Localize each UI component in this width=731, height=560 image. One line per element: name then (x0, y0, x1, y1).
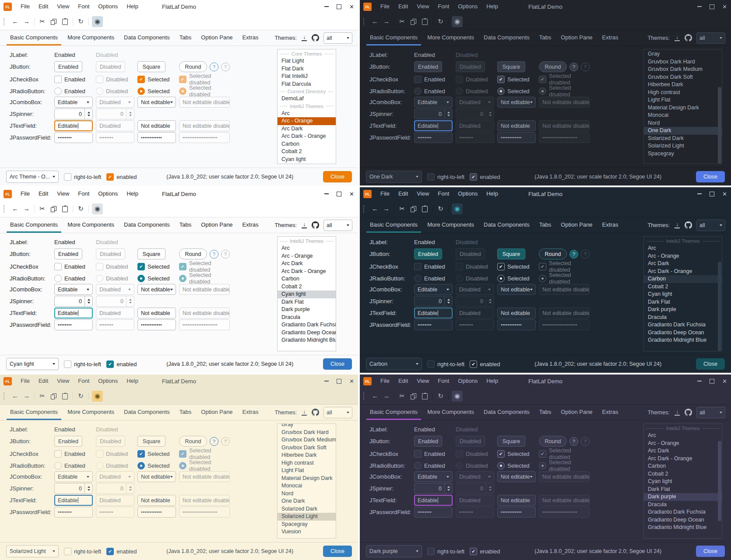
enabled-checkbox[interactable]: enabled (470, 173, 500, 181)
toolbar-grip[interactable] (363, 18, 366, 25)
textfield-not-editable[interactable]: Not editable (137, 120, 176, 131)
round-button[interactable]: Round (539, 248, 567, 259)
copy-icon[interactable] (48, 16, 59, 27)
theme-list-item[interactable]: Material Design Dark (644, 104, 722, 112)
radio-selected[interactable]: Selected (497, 88, 530, 95)
tab-option-pane[interactable]: Option Pane (556, 405, 597, 420)
theme-list-item[interactable]: Gradianto Dark Fuchsia (644, 321, 722, 329)
combobox-editable[interactable]: Editable (414, 97, 453, 108)
refresh-icon[interactable]: ↻ (435, 16, 446, 27)
cut-icon[interactable]: ✂ (37, 391, 48, 402)
theme-list-item[interactable]: Monocai (278, 482, 336, 490)
tab-extras[interactable]: Extras (238, 30, 264, 46)
toolbar-grip[interactable] (4, 392, 6, 400)
combobox-not-editable[interactable]: Not editable (497, 471, 536, 482)
square-button[interactable]: Square (497, 436, 525, 447)
round-button[interactable]: Round (539, 436, 567, 447)
combobox-not-editable[interactable]: Not editable (497, 284, 536, 295)
square-button[interactable]: Square (137, 248, 165, 259)
toolbar-grip[interactable] (363, 205, 366, 213)
back-icon[interactable]: ← (369, 391, 380, 402)
tab-extras[interactable]: Extras (597, 217, 623, 233)
theme-list-item[interactable]: Gradianto Dark Fuchsia (278, 321, 336, 329)
theme-list-item[interactable]: Solarized Dark (278, 505, 336, 513)
theme-list-item[interactable]: Flat Light (278, 57, 336, 65)
menu-view[interactable]: View (53, 187, 74, 200)
spinner-enabled[interactable]: 0 (414, 108, 453, 119)
menu-view[interactable]: View (412, 0, 433, 13)
theme-list-item[interactable]: Arc Dark - Orange (278, 133, 336, 140)
tab-extras[interactable]: Extras (238, 217, 264, 233)
tab-data-components[interactable]: Data Components (119, 30, 175, 46)
theme-list-item[interactable]: Hiberbee Dark (278, 452, 336, 459)
theme-list-item[interactable]: DemoLaf (278, 95, 336, 103)
round-button[interactable]: Round (179, 248, 207, 259)
maximize-button[interactable] (333, 187, 345, 200)
theme-filter-select[interactable]: all (323, 407, 352, 418)
textfield-editable[interactable]: Editable (54, 120, 93, 131)
menu-file[interactable]: File (16, 374, 34, 388)
tab-basic-components[interactable]: Basic Components (5, 405, 63, 420)
radio-enabled[interactable]: Enabled (414, 462, 445, 469)
minimize-button[interactable] (320, 0, 333, 13)
theme-list-item[interactable]: Material Design Dark (278, 475, 336, 483)
scrollbar-thumb[interactable] (718, 441, 721, 521)
theme-list-item[interactable]: Solarized Dark (644, 135, 722, 143)
spinner-enabled[interactable]: 0 (54, 108, 93, 119)
close-button[interactable]: Close (696, 358, 725, 370)
theme-list-item[interactable]: Arc (644, 245, 722, 252)
theme-list-item[interactable]: Gradianto Deep Ocean (644, 329, 722, 337)
theme-list[interactable]: GrayGruvbox Dark HardGruvbox Dark Medium… (277, 424, 336, 539)
tab-basic-components[interactable]: Basic Components (5, 30, 63, 46)
theme-list[interactable]: GrayGruvbox Dark HardGruvbox Dark Medium… (643, 49, 722, 164)
close-window-button[interactable]: ✕ (345, 374, 358, 388)
close-window-button[interactable]: ✕ (718, 374, 731, 388)
textfield-not-editable[interactable]: Not editable (497, 120, 536, 131)
theme-list-item[interactable]: Dark purple (644, 493, 722, 501)
theme-list-item[interactable]: Arc Dark - Orange (644, 455, 722, 463)
theme-list-item[interactable]: Gradianto Deep Ocean (278, 329, 336, 337)
copy-icon[interactable] (408, 16, 419, 27)
maximize-button[interactable] (333, 374, 345, 388)
spinner-enabled[interactable]: 0 (54, 483, 93, 494)
theme-list-item[interactable]: Dark purple (278, 306, 336, 314)
theme-list-item[interactable]: High contrast (278, 459, 336, 467)
paste-icon[interactable] (60, 391, 70, 402)
back-icon[interactable]: ← (10, 391, 21, 402)
copy-icon[interactable] (48, 203, 59, 214)
theme-list-item[interactable]: Solarized Light (278, 513, 336, 521)
show-hidden-toggle-eye-icon[interactable]: ◉ (92, 16, 103, 27)
tab-option-pane[interactable]: Option Pane (556, 30, 597, 46)
menu-options[interactable]: Options (453, 374, 482, 388)
theme-list-item[interactable]: Vuesion (278, 528, 336, 536)
theme-list-item[interactable]: Carbon (278, 140, 336, 148)
textfield-not-editable[interactable]: Not editable (137, 308, 176, 318)
textfield-editable[interactable]: Editable (54, 495, 93, 506)
help-button[interactable]: ? (569, 63, 578, 71)
radio-enabled[interactable]: Enabled (54, 462, 85, 469)
theme-list-item[interactable]: Monocai (644, 112, 722, 119)
tab-data-components[interactable]: Data Components (479, 405, 534, 420)
menu-view[interactable]: View (412, 187, 433, 200)
checkbox-selected[interactable]: Selected (497, 76, 530, 83)
menu-help[interactable]: Help (122, 374, 143, 388)
radio-selected[interactable]: Selected (497, 275, 530, 282)
menu-edit[interactable]: Edit (394, 187, 412, 200)
minimize-button[interactable] (693, 187, 706, 200)
paste-icon[interactable] (419, 203, 430, 214)
theme-list-item[interactable]: Cobalt 2 (278, 283, 336, 291)
menu-font[interactable]: Font (74, 187, 94, 200)
theme-filter-select[interactable]: all (696, 407, 725, 418)
close-window-button[interactable]: ✕ (718, 187, 731, 200)
theme-list-item[interactable]: Cyan light (644, 290, 722, 298)
download-icon[interactable] (301, 35, 307, 41)
theme-list-item[interactable]: Solarized Light (644, 142, 722, 150)
right-to-left-checkbox[interactable]: right-to-left (64, 173, 101, 181)
tab-more-components[interactable]: More Components (422, 30, 479, 46)
menu-view[interactable]: View (53, 0, 74, 13)
menu-edit[interactable]: Edit (394, 374, 412, 388)
github-icon[interactable] (312, 409, 319, 416)
theme-selector-combobox[interactable]: One Dark (366, 171, 422, 183)
theme-list-item[interactable]: One Dark (278, 497, 336, 505)
enabled-checkbox[interactable]: enabled (106, 360, 137, 368)
